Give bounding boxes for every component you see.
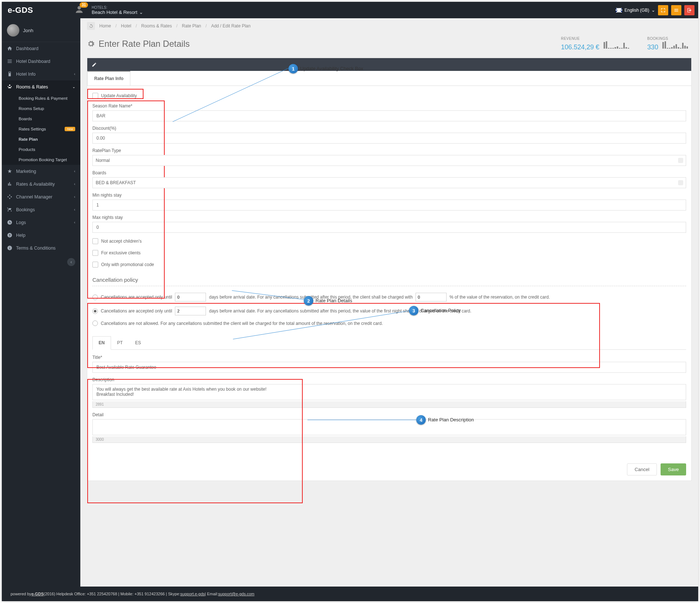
marker-1: 1 — [288, 64, 298, 73]
svg-rect-11 — [626, 47, 627, 49]
nav-rates-settings[interactable]: Rates Settingsnew — [2, 124, 80, 134]
refresh-button[interactable] — [87, 22, 95, 30]
svg-rect-12 — [628, 48, 629, 49]
logout-button[interactable] — [684, 5, 695, 15]
page-title: Enter Rate Plan Details — [87, 39, 190, 49]
chevron-left-icon: ‹ — [74, 220, 75, 224]
nav-terms[interactable]: Terms & Conditions — [2, 242, 80, 254]
cancel-policy-radio-1[interactable] — [92, 295, 98, 300]
crumb-rooms[interactable]: Rooms & Rates — [141, 23, 172, 29]
svg-rect-16 — [669, 48, 670, 49]
chevron-left-icon: ‹ — [74, 182, 75, 186]
nav-help[interactable]: Help — [2, 229, 80, 242]
no-children-checkbox[interactable] — [92, 238, 98, 244]
description-char-count: 2891 — [92, 401, 686, 408]
title-input[interactable] — [92, 362, 686, 373]
chevron-down-icon: ⌄ — [72, 85, 75, 89]
crumb-home[interactable]: Home — [99, 23, 111, 29]
sidebar-user[interactable]: Jonh — [2, 21, 80, 42]
boards-label: Boards — [92, 170, 686, 175]
description-textarea[interactable]: You will always get the best available r… — [92, 384, 686, 400]
cancel-days-input-1[interactable] — [175, 293, 206, 302]
tab-rate-plan-info[interactable]: Rate Plan Info — [87, 71, 130, 86]
lang-tab-pt[interactable]: PT — [111, 336, 129, 349]
edit-icon[interactable] — [92, 62, 97, 67]
new-badge: new — [65, 127, 75, 131]
detail-char-count: 3000 — [92, 436, 686, 443]
chevron-left-icon: ‹ — [74, 195, 75, 199]
rateplan-type-select[interactable]: Normal — [92, 155, 686, 166]
season-rate-name-input[interactable] — [92, 110, 686, 121]
exclusive-checkbox[interactable] — [92, 250, 98, 256]
min-nights-input[interactable] — [92, 200, 686, 211]
detail-textarea[interactable] — [92, 419, 686, 435]
cancel-policy-radio-3[interactable] — [92, 321, 98, 326]
nav-bookings[interactable]: Bookings‹ — [2, 203, 80, 216]
crumb-hotel[interactable]: Hotel — [121, 23, 131, 29]
svg-rect-6 — [615, 47, 616, 49]
update-availability-checkbox[interactable] — [92, 93, 98, 99]
discount-label: Discount(%) — [92, 126, 686, 131]
svg-rect-21 — [680, 48, 681, 49]
hotels-label: HOTELS: — [92, 5, 143, 10]
discount-input[interactable] — [92, 133, 686, 144]
fullscreen-button[interactable] — [658, 5, 668, 15]
nav-rate-plan[interactable]: Rate Plan — [2, 134, 80, 144]
stats-summary: REVENUE 106.524,29 € BOOKINGS 330 — [561, 37, 692, 51]
max-nights-label: Max nights stay — [92, 215, 686, 220]
cancel-days-input-2[interactable] — [175, 307, 206, 315]
no-children-label: Not accept children's — [101, 239, 142, 244]
max-nights-input[interactable] — [92, 222, 686, 233]
lang-tab-en[interactable]: EN — [92, 336, 111, 350]
bookings-sparkline-icon — [662, 41, 692, 49]
svg-rect-13 — [662, 42, 664, 49]
svg-rect-1 — [604, 42, 605, 49]
cancel-percent-input[interactable] — [416, 293, 447, 302]
promo-only-checkbox[interactable] — [92, 262, 98, 268]
marker-4-label: Rate Plan Description — [428, 417, 474, 422]
footer: powered by e-GDS (2016) Helpdesk Office:… — [2, 587, 698, 601]
crumb-rateplan[interactable]: Rate Plan — [182, 23, 201, 29]
chevron-down-icon: ⌄ — [651, 8, 655, 13]
title-label: Title* — [92, 355, 686, 360]
svg-rect-23 — [684, 46, 686, 49]
nav-logs[interactable]: Logs‹ — [2, 216, 80, 229]
sidebar: Jonh Dashboard Hotel Dashboard Hotel Inf… — [2, 18, 80, 587]
footer-egds-link[interactable]: e-GDS — [31, 592, 44, 596]
nav-rooms-rates[interactable]: Rooms & Rates⌄ — [2, 80, 80, 93]
nav-rates-availability[interactable]: Rates & Availability‹ — [2, 178, 80, 190]
nav-rooms-setup[interactable]: Rooms Setup — [2, 103, 80, 114]
chevron-left-icon: ‹ — [70, 259, 72, 265]
menu-button[interactable] — [671, 5, 681, 15]
svg-rect-18 — [673, 46, 675, 49]
bookings-value: 330 — [647, 43, 658, 51]
nav-hotel-info[interactable]: Hotel Info‹ — [2, 68, 80, 80]
nav-channel-manager[interactable]: Channel Manager‹ — [2, 190, 80, 203]
marker-3: 3 — [409, 306, 418, 315]
footer-skype-link[interactable]: support.e-gds — [180, 592, 205, 596]
chevron-left-icon: ‹ — [74, 208, 75, 212]
boards-select[interactable]: BED & BREAKFAST — [92, 177, 686, 188]
nav-booking-rules[interactable]: Booking Rules & Payment — [2, 93, 80, 103]
marker-3-label: Cancellation Policy — [421, 308, 461, 313]
cancel-button[interactable]: Cancel — [627, 463, 657, 475]
lang-tab-es[interactable]: ES — [129, 336, 147, 349]
cancel-policy-radio-2[interactable] — [92, 308, 98, 314]
svg-rect-20 — [678, 47, 679, 49]
user-notification-icon[interactable]: 31 — [74, 4, 84, 16]
nav-marketing[interactable]: Marketing‹ — [2, 165, 80, 178]
svg-rect-17 — [671, 47, 673, 49]
language-label: English (GB) — [624, 8, 649, 13]
language-selector[interactable]: English (GB) ⌄ — [616, 8, 655, 13]
bookings-label: BOOKINGS — [647, 37, 692, 41]
nav-products[interactable]: Products — [2, 144, 80, 155]
nav-boards[interactable]: Boards — [2, 114, 80, 124]
nav-hotel-dashboard[interactable]: Hotel Dashboard — [2, 55, 80, 68]
save-button[interactable]: Save — [661, 463, 686, 475]
svg-rect-4 — [610, 48, 612, 49]
nav-promotion[interactable]: Promotion Booking Target — [2, 155, 80, 165]
nav-dashboard[interactable]: Dashboard — [2, 42, 80, 55]
hotel-selector[interactable]: HOTELS: Beach Hotel & Resort⌄ — [92, 5, 143, 15]
footer-email-link[interactable]: support@e-gds.com — [218, 592, 255, 596]
sidebar-collapse-button[interactable]: ‹ — [67, 258, 75, 266]
